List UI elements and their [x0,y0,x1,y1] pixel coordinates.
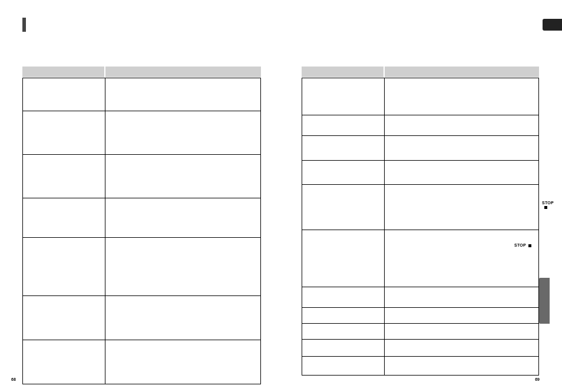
left-col2-cell [105,340,261,384]
left-col1-cell [23,155,105,198]
table-row [23,78,261,111]
right-col2-cell: STOP [385,230,539,287]
right-table-header-bar [302,67,539,77]
right-col2-cell [385,287,539,308]
table-row [302,78,539,115]
left-col2-cell [105,155,261,198]
right-col1-cell [302,230,385,287]
left-col1-cell [23,296,105,340]
table-row [302,357,539,376]
left-col1-cell [23,340,105,384]
right-col2-cell: STOP [385,185,539,230]
table-row [302,136,539,161]
top-left-marker [22,18,26,32]
left-table-header-bar [22,67,261,77]
page-number-left: 68 [11,377,16,381]
table-row [23,296,261,340]
right-col2-cell [385,324,539,340]
left-col2-cell [105,198,261,238]
table-row [23,340,261,384]
table-row [23,111,261,155]
left-col1-cell [23,238,105,296]
right-col1-cell [302,340,385,357]
right-col2-cell [385,136,539,161]
right-col2-cell [385,115,539,136]
left-table [22,78,261,384]
document-spread: 68 69 STOPSTOP [0,0,562,392]
stop-label: STOP [542,201,554,209]
top-right-marker [543,19,562,31]
right-thumb-tab [539,278,550,324]
table-row [23,238,261,296]
right-col1-cell [302,185,385,230]
right-col2-cell [385,340,539,357]
table-row: STOP [302,230,539,287]
right-col1-cell [302,136,385,161]
table-row [23,198,261,238]
left-col2-cell [105,238,261,296]
right-col1-cell [302,287,385,308]
right-col1-cell [302,357,385,376]
right-col1-cell [302,161,385,185]
left-col2-cell [105,111,261,155]
right-col1-cell [302,78,385,115]
right-col1-cell [302,324,385,340]
stop-label: STOP [514,243,531,247]
right-col1-cell [302,308,385,324]
left-col1-cell [23,78,105,111]
table-row [302,324,539,340]
table-row [302,287,539,308]
left-col2-cell [105,78,261,111]
table-row [302,340,539,357]
right-table: STOPSTOP [302,78,539,376]
table-row [302,161,539,185]
page-number-right: 69 [535,377,540,381]
left-table-header-gap [104,67,105,77]
right-col2-cell [385,308,539,324]
table-row [302,115,539,136]
table-row [302,308,539,324]
stop-icon [544,206,547,209]
right-col2-cell [385,78,539,115]
right-col2-cell [385,357,539,376]
left-col1-cell [23,111,105,155]
left-col1-cell [23,198,105,238]
right-col2-cell [385,161,539,185]
table-row [23,155,261,198]
stop-icon [528,244,531,247]
table-row: STOP [302,185,539,230]
right-col1-cell [302,115,385,136]
left-col2-cell [105,296,261,340]
right-table-header-gap [384,67,385,77]
